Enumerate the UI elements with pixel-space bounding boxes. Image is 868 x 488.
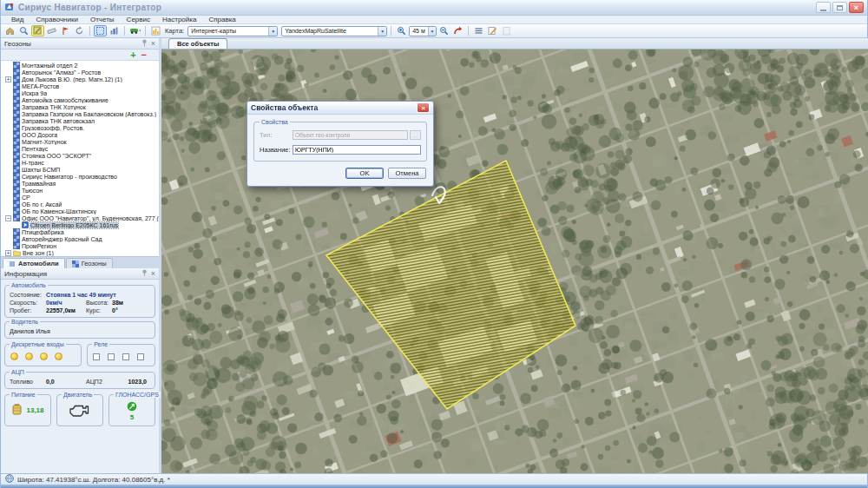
relay-checkbox[interactable]: [137, 353, 144, 360]
speed-value: 0км/ч: [46, 300, 62, 306]
tree-item-geozone[interactable]: Автомойка самообслуживание: [1, 96, 159, 103]
engine-group-title: Двигатель: [62, 392, 94, 398]
menu-item[interactable]: Сервис: [122, 16, 155, 23]
tree-item-label: Заправка Газпром на Баклановском (Автово…: [22, 111, 156, 117]
objects-icon[interactable]: [108, 25, 121, 36]
driver-value: Данилов Илья: [10, 328, 50, 334]
measure-icon[interactable]: [45, 25, 58, 36]
tree-item-geozone[interactable]: Заправка ТНК автовокзал: [1, 117, 159, 124]
tree-item-label: Авторейнджер Красный Сад: [22, 236, 102, 242]
tree-item-label: Вне зон (1): [23, 250, 54, 256]
menu-item[interactable]: Вид: [6, 16, 29, 23]
browse-button[interactable]: ...: [410, 130, 421, 140]
chevron-down-icon: ▼: [268, 27, 277, 36]
tree-item-geozone[interactable]: Искра 9а: [1, 89, 159, 96]
relay-group-title: Реле: [92, 341, 109, 347]
tree-item-geozone[interactable]: ОБ по г. Аксай: [1, 201, 159, 208]
zoom-out-icon[interactable]: [437, 25, 450, 36]
search-icon[interactable]: [17, 25, 30, 36]
menu-item[interactable]: Отчеты: [85, 16, 120, 23]
tree-item-geozone[interactable]: МЕГА-Ростов: [1, 82, 159, 89]
tree-item-label: Сириус Навигатор - производство: [22, 174, 117, 180]
ok-button[interactable]: OK: [345, 168, 384, 179]
tree-item-label: Тьюсон: [22, 188, 43, 194]
menu-item[interactable]: Справочники: [30, 16, 82, 23]
tree-item-label: СР: [22, 195, 30, 201]
map-layer-select[interactable]: YandexMapRuSatellite ▼: [281, 26, 387, 36]
close-panel-icon[interactable]: ×: [151, 269, 155, 278]
tab-geozones[interactable]: Геозоны: [66, 258, 113, 268]
tree-item-geozone[interactable]: Магнит-Хотунок: [1, 138, 159, 145]
select-region-icon[interactable]: [94, 25, 107, 36]
relay-checkbox[interactable]: [93, 353, 100, 360]
center-map-icon[interactable]: [451, 25, 464, 36]
menu-item[interactable]: Справка: [203, 16, 240, 23]
tree-item-geozone[interactable]: Монтажный отдел 2: [1, 62, 159, 69]
tree-item-geozone[interactable]: Стоянка ООО "ЭСКОРТ": [1, 152, 159, 159]
altitude-label: Высота:: [86, 300, 112, 306]
dialog-titlebar[interactable]: Свойства объекта ×: [247, 102, 433, 115]
tree-item-geozone[interactable]: Заправка ТНК Хотунок: [1, 103, 159, 110]
tree-item-geozone[interactable]: ОБ по Каменск-Шахтинску: [1, 208, 159, 214]
tree-item-geozone[interactable]: Авторейнджер Красный Сад: [1, 235, 159, 242]
restore-button[interactable]: [832, 2, 847, 13]
menu-item[interactable]: Настройка: [157, 16, 201, 23]
tree-item-geozone[interactable]: Грузовозофф, Ростов.: [1, 124, 159, 131]
zoom-in-icon[interactable]: [395, 25, 408, 36]
tree-item-geozone[interactable]: Заправка Газпром на Баклановском (Автово…: [1, 110, 159, 117]
scale-select[interactable]: 45 м ▼: [409, 26, 437, 36]
expand-icon[interactable]: +: [5, 76, 11, 82]
name-field[interactable]: [293, 145, 421, 155]
list-icon[interactable]: [472, 25, 485, 36]
refresh-icon[interactable]: [73, 25, 86, 36]
remove-geozone-button[interactable]: −: [141, 51, 147, 59]
sidebar-tabs: Автомобили Геозоны: [1, 256, 159, 268]
tree-item-geozone[interactable]: Н-транс: [1, 159, 159, 166]
expand-icon[interactable]: +: [5, 250, 11, 256]
tree-item-geozone[interactable]: +Дом Лыкова В.Ю. (пер. Магн.12) (1): [1, 76, 159, 82]
tree-item-geozone[interactable]: Трамвайная: [1, 180, 159, 187]
add-geozone-button[interactable]: +: [130, 51, 135, 59]
dialog-close-button[interactable]: ×: [417, 102, 430, 113]
tree-item-geozone[interactable]: Пентхаус: [1, 145, 159, 152]
geozone-icon: [13, 235, 20, 242]
tree-item-geozone[interactable]: Птицефабрика: [1, 228, 159, 235]
map-source-select[interactable]: Интернет-карты ▼: [187, 26, 278, 36]
tree-item-geozone[interactable]: ООО Дорога: [1, 131, 159, 138]
relay-checkbox[interactable]: [122, 353, 129, 360]
tree-item-geozone[interactable]: СР: [1, 194, 159, 201]
tree-item-geozone[interactable]: ПромРегион: [1, 242, 159, 249]
tree-item-geozone[interactable]: −Офис ООО "Навигатор", ул. Буденновская,…: [1, 214, 159, 221]
map-tabs: Все объекты: [161, 38, 868, 49]
geozones-toolbar: + −: [1, 49, 159, 61]
page-icon[interactable]: [500, 25, 513, 36]
tree-item-geozone[interactable]: +Вне зон (1): [1, 249, 159, 256]
chart-icon[interactable]: [149, 25, 162, 36]
close-button[interactable]: ×: [849, 2, 864, 13]
geozone-icon: [13, 131, 20, 138]
tree-item-geozone[interactable]: Шахты БСМП: [1, 166, 159, 173]
tree-item-geozone[interactable]: Сириус Навигатор - производство: [1, 173, 159, 180]
tree-item-geozone[interactable]: Тьюсон: [1, 187, 159, 194]
titlebar: Сириус Навигатор - Интегратор ×: [1, 0, 867, 16]
edit-icon[interactable]: [486, 25, 499, 36]
tree-item-vehicle[interactable]: Citroen Berlingo Е205КС 161rus: [1, 221, 159, 228]
vehicle-group: Автомобиль Состояние:Стоянка 1 час 49 ми…: [4, 285, 155, 318]
map-label: Карта:: [165, 27, 184, 35]
cancel-button[interactable]: Отмена: [388, 168, 426, 179]
map-tab-all-objects[interactable]: Все объекты: [168, 38, 227, 49]
vehicle-icon[interactable]: [128, 25, 141, 36]
close-panel-icon[interactable]: ×: [151, 39, 155, 48]
speed-label: Скорость:: [10, 300, 46, 306]
minimize-button[interactable]: [816, 2, 831, 13]
flag-icon[interactable]: [59, 25, 72, 36]
tab-vehicles[interactable]: Автомобили: [3, 258, 65, 268]
draw-geozone-icon[interactable]: [31, 25, 44, 36]
tree-item-geozone[interactable]: Авторынок "Алмаз" - Ростов: [1, 69, 159, 76]
pin-icon[interactable]: [141, 269, 148, 279]
relay-checkbox[interactable]: [108, 353, 115, 360]
pin-icon[interactable]: [141, 39, 148, 49]
home-icon[interactable]: [3, 25, 16, 36]
toolbar-separator: [89, 26, 90, 36]
collapse-icon[interactable]: −: [5, 215, 11, 221]
